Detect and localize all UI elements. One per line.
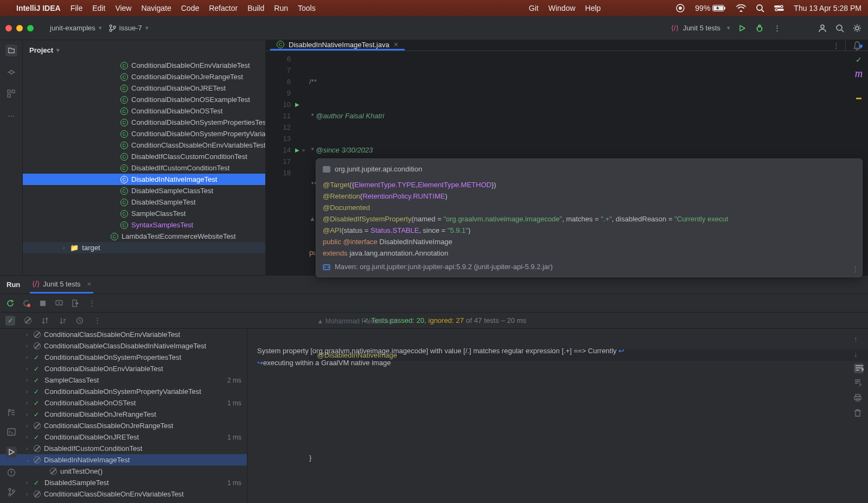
battery-status[interactable]: 99% xyxy=(695,4,726,12)
more-tools-icon[interactable]: ⋯ xyxy=(5,110,17,122)
stop-button[interactable] xyxy=(38,298,48,308)
soft-wrap-toggle[interactable] xyxy=(854,364,864,373)
menu-refactor[interactable]: Refactor xyxy=(209,4,238,12)
menubar-date[interactable]: Thu 13 Apr xyxy=(794,4,831,12)
menu-window[interactable]: Window xyxy=(548,4,576,12)
expand-icon[interactable]: › xyxy=(26,434,28,440)
test-tree-item[interactable]: ›✓ConditionalDisableOnJRETest1 ms xyxy=(0,431,247,443)
spotlight-icon[interactable] xyxy=(756,4,764,12)
menu-code[interactable]: Code xyxy=(181,4,199,12)
app-name[interactable]: IntelliJ IDEA xyxy=(16,4,61,12)
terminal-tool-icon[interactable] xyxy=(7,428,16,436)
test-tree-item[interactable]: ›DisabledIfCustomConditionTest xyxy=(0,443,247,454)
test-tree-item[interactable]: ›✓DisabledSampleTest1 ms xyxy=(0,477,247,488)
run-gutter-icon[interactable]: ▶ xyxy=(295,99,299,110)
expand-icon[interactable]: ⌄ xyxy=(26,457,30,463)
test-tree[interactable]: ›ConditionalClassDisableOnEnvVariableTes… xyxy=(0,329,247,503)
commit-tool-icon[interactable] xyxy=(5,66,17,78)
console-output[interactable]: System property [org.graalvm.nativeimage… xyxy=(247,329,868,503)
expand-icon[interactable]: › xyxy=(26,480,28,486)
menubar-time[interactable]: 5:28 PM xyxy=(833,4,861,12)
menu-edit[interactable]: Edit xyxy=(92,4,105,12)
more-actions-button[interactable]: ⋮ xyxy=(771,23,782,34)
git-tool-icon[interactable] xyxy=(8,488,15,496)
test-tree-item[interactable]: ›ConditionalDisableClassDisabledInNative… xyxy=(0,340,247,352)
expand-icon[interactable]: › xyxy=(26,491,28,497)
run-toolbar-more-icon[interactable]: ⋮ xyxy=(87,298,97,308)
history-icon[interactable] xyxy=(75,316,85,326)
test-tree-item[interactable]: ›✓SampleClassTest2 ms xyxy=(0,374,247,386)
menu-tools[interactable]: Tools xyxy=(298,4,316,12)
expand-icon[interactable]: › xyxy=(26,332,28,338)
rerun-failed-button[interactable] xyxy=(22,298,31,308)
screen-record-icon[interactable] xyxy=(675,3,685,13)
editor-tabs-more-icon[interactable]: ⋮ xyxy=(827,41,845,49)
expand-icon[interactable]: › xyxy=(26,389,28,394)
run-gutter-icon[interactable]: ▶ xyxy=(295,144,299,156)
expand-icon[interactable]: › xyxy=(26,377,28,383)
test-tree-item[interactable]: ›ConditionalClassDisableOnEnvVariableTes… xyxy=(0,329,247,340)
code-with-me-icon[interactable] xyxy=(817,23,828,34)
show-ignored-toggle[interactable] xyxy=(23,316,33,326)
scroll-up-icon[interactable]: ↑ xyxy=(854,333,864,343)
structure-tool-icon[interactable] xyxy=(5,88,17,100)
clear-all-icon[interactable] xyxy=(854,409,864,419)
editor-tab-active[interactable]: DisabledInNativeImageTest.java × xyxy=(270,40,405,50)
rerun-button[interactable] xyxy=(5,298,15,308)
test-tree-item[interactable]: ⌄DisabledInNativeImageTest xyxy=(0,454,247,466)
popup-more-icon[interactable]: ⋮ xyxy=(852,263,859,275)
debug-button[interactable] xyxy=(754,23,765,34)
build-tool-icon[interactable] xyxy=(7,409,16,417)
minimap-icon[interactable]: m xyxy=(855,68,863,79)
test-tree-item[interactable]: ›✓ConditionalDisableOnJreRangeTest xyxy=(0,409,247,420)
close-tab-icon[interactable]: × xyxy=(87,280,92,288)
show-passed-toggle[interactable]: ✓ xyxy=(5,316,15,326)
test-tree-item[interactable]: ›ConditionalClassDisableOnEnvVariablesTe… xyxy=(0,488,247,500)
expand-icon[interactable]: › xyxy=(26,423,28,429)
run-tab-active[interactable]: ⟨/⟩ Junit 5 tests × xyxy=(30,276,93,294)
menu-build[interactable]: Build xyxy=(247,4,264,12)
project-panel-header[interactable]: Project ▾ xyxy=(23,40,265,60)
test-tree-item[interactable]: ›✓ConditionalDisableOnSystemPropertiesTe… xyxy=(0,352,247,363)
menu-help[interactable]: Help xyxy=(585,4,601,12)
run-button[interactable] xyxy=(737,23,748,34)
test-tree-item[interactable]: ›✓ConditionalDisableOnEnvVariableTest xyxy=(0,363,247,374)
test-tree-item[interactable]: ›ConditionalClassDisableOnJreRangeTest xyxy=(0,420,247,431)
run-tool-icon[interactable] xyxy=(6,447,17,457)
test-tree-item[interactable]: ›✓ConditionalDisableOnSystemPropertyVari… xyxy=(0,386,247,397)
run-config-selector[interactable]: ⟨/⟩ Junit 5 tests ▾ xyxy=(671,24,730,32)
expand-icon[interactable]: › xyxy=(26,445,28,451)
dump-threads-button[interactable] xyxy=(54,298,64,308)
test-tree-item[interactable]: ›✓ConditionalDisableOnOSTest1 ms xyxy=(0,397,247,409)
menu-view[interactable]: View xyxy=(115,4,131,12)
control-center-icon[interactable] xyxy=(774,4,784,12)
test-toolbar-more-icon[interactable]: ⋮ xyxy=(92,316,102,326)
branch-crumb[interactable]: issue-7 ▾ xyxy=(108,24,149,32)
project-tree[interactable]: ConditionalDisableOnEnvVariableTest Cond… xyxy=(23,60,265,275)
menu-file[interactable]: File xyxy=(71,4,83,12)
exit-button[interactable] xyxy=(71,298,80,308)
test-tree-item[interactable]: unitTestOne() xyxy=(0,466,247,477)
settings-icon[interactable] xyxy=(852,23,863,34)
warning-stripe[interactable] xyxy=(856,98,861,99)
expand-icon[interactable]: › xyxy=(26,400,28,406)
inspection-ok-icon[interactable]: ✓ xyxy=(856,54,862,66)
project-tool-icon[interactable] xyxy=(5,44,17,56)
sort-by-duration-icon[interactable] xyxy=(58,316,67,326)
maximize-window-button[interactable] xyxy=(27,25,34,31)
project-crumb[interactable]: junit-examples ▾ xyxy=(50,24,102,32)
problems-tool-icon[interactable] xyxy=(7,468,16,477)
expand-icon[interactable]: › xyxy=(26,343,28,349)
expand-icon[interactable]: › xyxy=(26,354,28,360)
scroll-to-end-icon[interactable] xyxy=(854,379,864,389)
scroll-down-icon[interactable]: ↓ xyxy=(854,348,864,358)
wifi-icon[interactable] xyxy=(736,4,746,12)
print-icon[interactable] xyxy=(854,394,864,404)
menu-run[interactable]: Run xyxy=(274,4,288,12)
sort-alphabetically-icon[interactable] xyxy=(40,316,50,326)
menu-git[interactable]: Git xyxy=(529,4,539,12)
close-window-button[interactable] xyxy=(5,25,12,31)
menu-navigate[interactable]: Navigate xyxy=(141,4,171,12)
expand-icon[interactable]: › xyxy=(26,366,28,372)
minimize-window-button[interactable] xyxy=(16,25,23,31)
